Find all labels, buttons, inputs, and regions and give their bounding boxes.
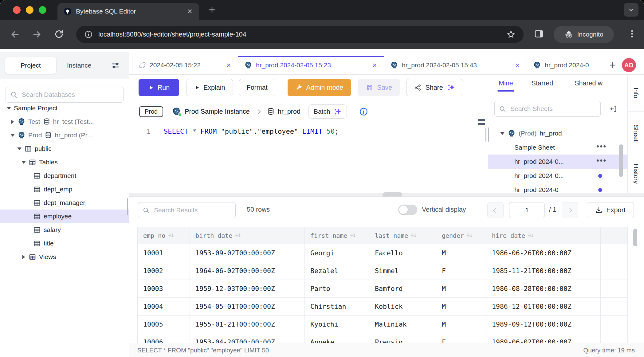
cell[interactable]: Bamford [369, 280, 436, 298]
explain-button[interactable]: Explain [187, 79, 233, 96]
cell[interactable]: Facello [369, 244, 436, 262]
results-search-input[interactable] [153, 206, 231, 214]
cell[interactable]: 10002 [138, 262, 190, 280]
cell[interactable]: Preusig [369, 333, 436, 343]
avatar[interactable]: AD [622, 58, 636, 72]
caret-right-icon[interactable] [22, 255, 25, 259]
vertical-display-toggle[interactable] [398, 205, 417, 215]
tree-item-table-dept-emp[interactable]: dept_emp [0, 182, 129, 196]
sheet-group-hr-prod[interactable]: (Prod) hr_prod [488, 126, 627, 140]
cell[interactable]: Simmel [369, 262, 436, 280]
panel-resize-handle[interactable] [485, 128, 490, 142]
site-info-icon[interactable] [84, 30, 93, 39]
cell[interactable]: 10001 [138, 244, 190, 262]
format-button[interactable]: Format [239, 79, 275, 96]
back-icon[interactable] [10, 29, 20, 40]
close-tab-icon[interactable] [187, 8, 193, 14]
browser-tab[interactable]: Bytebase SQL Editor [57, 3, 199, 20]
rail-tab-sheet[interactable]: Sheet [628, 112, 644, 155]
column-header-gender[interactable]: gender [436, 227, 486, 244]
caret-down-icon[interactable] [7, 107, 11, 110]
cell[interactable]: 1955-01-21T00:00:00Z [190, 316, 305, 333]
sort-icon[interactable] [350, 233, 355, 238]
sort-icon[interactable] [528, 233, 533, 238]
results-scrollbar[interactable] [633, 229, 637, 246]
tree-item-table-dept-manager[interactable]: dept_manager [0, 196, 129, 210]
maximize-window-button[interactable] [39, 6, 46, 14]
sheet-search[interactable] [494, 101, 601, 117]
add-tab-icon[interactable] [608, 61, 617, 69]
cell[interactable]: 1985-11-21T00:00:00Z [486, 262, 601, 280]
column-header-last-name[interactable]: last_name [369, 227, 436, 244]
tree-item-tables-group[interactable]: Tables [0, 155, 129, 169]
editor-tab-2-active[interactable]: hr_prod 2024-02-05 15:23 [238, 56, 384, 74]
tab-search-button[interactable] [624, 3, 638, 17]
tab-instance[interactable]: Instance [67, 62, 91, 69]
sheet-item-selected[interactable]: hr_prod 2024-0... [488, 155, 627, 169]
cell[interactable]: Chirstian [305, 298, 369, 316]
tree-item-table-title[interactable]: title [0, 237, 129, 250]
cell[interactable]: Anneke [305, 333, 369, 343]
caret-down-icon[interactable] [22, 161, 26, 164]
sort-icon[interactable] [411, 233, 416, 238]
cell[interactable]: 1959-12-03T00:00:00Z [190, 280, 305, 298]
batch-button[interactable]: Batch [308, 104, 347, 119]
caret-down-icon[interactable] [17, 147, 22, 150]
cell[interactable]: M [436, 316, 486, 333]
instance-name[interactable]: Prod Sample Instance [185, 108, 250, 116]
reload-icon[interactable] [54, 29, 64, 39]
tree-item-schema-public[interactable]: public [0, 142, 129, 155]
tree-item-views-group[interactable]: Views [0, 250, 129, 264]
more-menu-icon[interactable] [596, 156, 607, 165]
cell[interactable]: 10006 [138, 333, 190, 343]
address-bar[interactable]: localhost:8080/sql-editor/sheet/project-… [76, 26, 524, 43]
cell[interactable]: 1986-06-26T00:00:00Z [486, 244, 601, 262]
tab-project[interactable]: Project [5, 57, 57, 74]
database-search[interactable] [6, 87, 124, 103]
save-button[interactable]: Save [358, 79, 400, 96]
cell[interactable]: 1953-04-20T00:00:00Z [190, 333, 305, 343]
info-icon[interactable] [359, 107, 368, 116]
close-tab-icon[interactable] [226, 62, 232, 68]
run-button[interactable]: Run [139, 79, 179, 96]
caret-right-icon[interactable] [11, 120, 14, 124]
caret-down-icon[interactable] [500, 132, 505, 135]
cell[interactable]: Koblick [369, 298, 436, 316]
cell[interactable]: 1989-09-12T00:00:00Z [486, 316, 601, 333]
cell[interactable]: 1953-09-02T00:00:00Z [190, 244, 305, 262]
cell[interactable]: 1954-05-01T00:00:00Z [190, 298, 305, 316]
forward-icon[interactable] [32, 29, 42, 40]
results-search[interactable] [138, 202, 236, 218]
horizontal-splitter[interactable] [129, 193, 644, 197]
close-tab-icon[interactable] [372, 62, 378, 68]
sidebar-resize-handle[interactable] [127, 198, 129, 215]
close-tab-icon[interactable] [515, 62, 520, 68]
editor-scrollbar[interactable] [478, 119, 485, 127]
sort-icon[interactable] [467, 233, 472, 238]
tree-item-table-department[interactable]: department [0, 169, 129, 182]
sort-icon[interactable] [235, 233, 241, 238]
new-tab-icon[interactable] [208, 6, 216, 14]
rail-tab-history[interactable]: History [628, 155, 644, 193]
collapse-panel-icon[interactable] [609, 105, 618, 113]
sheet-item-unsaved-2[interactable]: hr_prod 2024-0 [488, 183, 627, 193]
rail-tab-info[interactable]: Info [628, 75, 644, 112]
cell[interactable]: F [436, 262, 486, 280]
column-header-hire-date[interactable]: hire_date [486, 227, 601, 244]
cell[interactable]: 10005 [138, 316, 190, 333]
sql-editor-line[interactable]: 1SELECT * FROM "public"."employee" LIMIT… [147, 125, 339, 138]
sheet-item-unsaved-1[interactable]: hr_prod 2024-0... [488, 169, 627, 183]
side-panel-icon[interactable] [533, 28, 544, 39]
prev-page-button[interactable] [487, 202, 504, 218]
tab-starred[interactable]: Starred [532, 80, 553, 87]
tree-item-table-employee[interactable]: employee [0, 210, 129, 223]
sort-icon[interactable] [168, 233, 174, 238]
share-button[interactable]: Share [406, 79, 463, 96]
column-header-birth-date[interactable]: birth_date [190, 227, 305, 244]
cell[interactable]: Parto [305, 280, 369, 298]
sheet-list-scrollbar[interactable] [619, 144, 623, 177]
column-header-emp-no[interactable]: emp_no [138, 227, 190, 244]
close-window-button[interactable] [13, 6, 21, 14]
cell[interactable]: Georgi [305, 244, 369, 262]
cell[interactable]: 1986-12-01T00:00:00Z [486, 298, 601, 316]
